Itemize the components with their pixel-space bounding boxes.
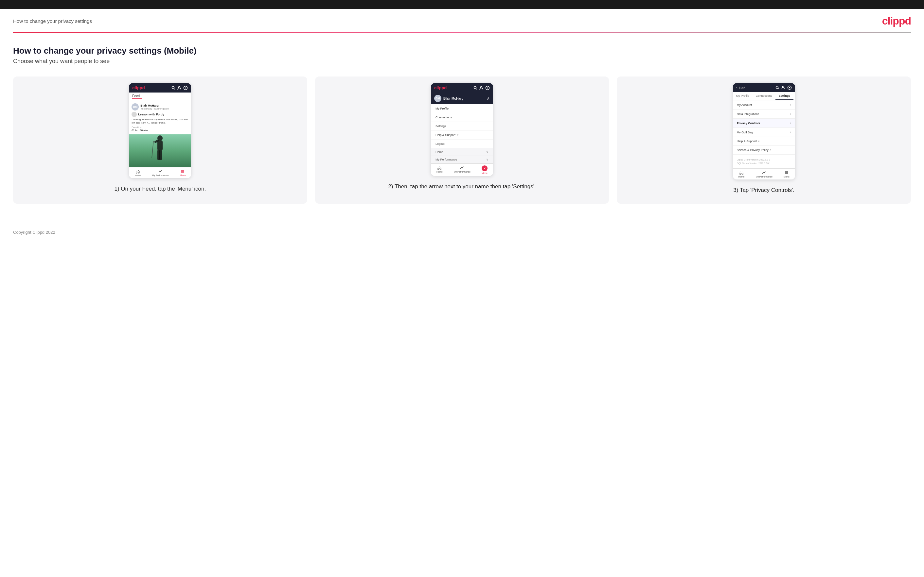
svg-line-1 [174,89,175,90]
steps-row: clippd Feed BM [13,76,911,204]
close-icon: ✕ [481,165,488,171]
svg-point-18 [487,87,488,88]
menu-user-left: BM Blair McHarg [434,95,464,102]
svg-rect-9 [157,150,160,160]
svg-line-20 [778,88,779,89]
post-icon [131,112,137,117]
menu-icon [180,169,185,174]
bottom-nav-performance: My Performance [152,169,168,177]
phone-mockup-2: clippd BM Blair McHarg ∧ [431,83,493,176]
chevron-right-icon-3: › [790,121,791,125]
menu-section-performance: My Performance ∨ [431,156,493,163]
golf-image [129,134,191,167]
settings-item-my-golf-bag[interactable]: My Golf Bag › [733,128,795,137]
bottom-nav-home-2: Home [436,165,443,174]
settings-footer: Clippd Client Version: 2022.8.3-3 GQL Se… [733,155,795,168]
settings-list: My Account › Data Integrations › Privacy… [733,100,795,155]
home-icon-3 [739,170,744,175]
settings-icon-3 [787,85,792,90]
settings-item-privacy-controls[interactable]: Privacy Controls › [733,119,795,128]
post-body: Looking to feel like my hands are exitin… [131,118,189,125]
settings-icon [183,85,188,90]
tab-my-profile[interactable]: My Profile [733,92,753,100]
settings-item-help[interactable]: Help & Support ↗ [733,137,795,146]
phone-nav-icons-1 [171,85,188,90]
home-icon [136,169,140,174]
chevron-right-icon: › [790,103,791,106]
post-duration-label: Duration [131,126,189,129]
avatar: BM [131,103,139,111]
home-icon-2 [437,165,442,170]
chevron-right-icon-4: › [790,131,791,134]
svg-line-15 [476,89,477,90]
settings-item-data-integrations[interactable]: Data Integrations › [733,110,795,119]
chart-icon [158,169,163,174]
step-3-caption: 3) Tap 'Privacy Controls'. [733,186,795,195]
chevron-down-icon: ∨ [486,150,488,154]
tab-connections[interactable]: Connections [753,92,775,100]
menu-arrow-icon: ∧ [487,96,490,101]
feed-tab: Feed [129,92,191,101]
step-2-caption: 2) Then, tap the arrow next to your name… [388,182,536,191]
post-card: BM Blair McHarg Yesterday · Sunningdale … [129,101,191,134]
bottom-nav-performance-3: My Performance [756,170,772,178]
user-icon [177,86,181,90]
phone-bottom-nav-1: Home My Performance Menu [129,167,191,178]
logo: clippd [882,15,911,27]
post-user: BM Blair McHarg Yesterday · Sunningdale [131,103,189,111]
external-link-icon-3: ↗ [769,149,772,152]
page-subtitle: Choose what you want people to see [13,58,911,65]
copyright: Copyright Clippd 2022 [13,230,55,235]
menu-item-settings: Settings [431,122,493,131]
external-link-icon: ↗ [456,134,459,137]
menu-item-help: Help & Support ↗ [431,131,493,140]
settings-tabs: My Profile Connections Settings [733,92,795,100]
external-link-icon-2: ↗ [758,140,760,143]
step-card-1: clippd Feed BM [13,76,307,204]
feed-tab-underline [132,98,142,99]
menu-section-home: Home ∨ [431,148,493,156]
tab-settings[interactable]: Settings [775,92,794,100]
bottom-nav-performance-2: My Performance [454,165,470,174]
bottom-nav-menu-3: Menu [783,170,790,178]
search-icon [171,86,175,90]
main-content: How to change your privacy settings (Mob… [0,33,924,223]
settings-item-my-account[interactable]: My Account › [733,100,795,110]
search-icon-3 [775,85,779,90]
post-title: Lesson with Fordy [138,113,164,116]
post-duration-value: 01 hr : 30 min [131,129,189,132]
post-date: Yesterday · Sunningdale [141,107,168,110]
bottom-nav-close: ✕ Menu [481,165,488,174]
phone-mockup-1: clippd Feed BM [129,83,191,178]
phone-nav-2: clippd [431,83,493,92]
svg-point-23 [789,87,790,88]
settings-item-privacy-policy[interactable]: Service & Privacy Policy ↗ [733,146,795,155]
menu-icon-3 [784,170,789,175]
phone-bottom-nav-3: Home My Performance Menu [733,168,795,179]
menu-avatar: BM [434,95,441,102]
chevron-down-icon-2: ∨ [486,158,488,161]
svg-line-10 [152,141,153,158]
menu-item-my-profile: My Profile [431,104,493,113]
chevron-right-icon-2: › [790,112,791,116]
bottom-nav-home: Home [134,169,141,177]
top-bar [0,0,924,9]
breadcrumb: How to change your privacy settings [13,18,92,24]
svg-point-19 [776,86,778,89]
chart-icon-2 [460,165,464,170]
menu-item-connections: Connections [431,113,493,122]
menu-items-list: My Profile Connections Settings Help & S… [431,104,493,163]
phone-nav-1: clippd [129,83,191,92]
svg-point-0 [172,86,174,89]
phone-logo-1: clippd [132,85,145,90]
phone-nav-icons-2 [473,85,490,90]
menu-user-row: BM Blair McHarg ∧ [431,92,493,104]
menu-username: Blair McHarg [443,97,464,100]
back-link: < Back [736,86,745,89]
post-title-row: Lesson with Fordy [131,112,189,117]
phone-nav-icons-3 [775,85,792,90]
step-card-3: < Back My Profile Connections [617,76,911,204]
settings-icon-2 [485,85,490,90]
phone-logo-2: clippd [434,85,447,90]
step-1-caption: 1) On your Feed, tap the 'Menu' icon. [115,185,206,193]
